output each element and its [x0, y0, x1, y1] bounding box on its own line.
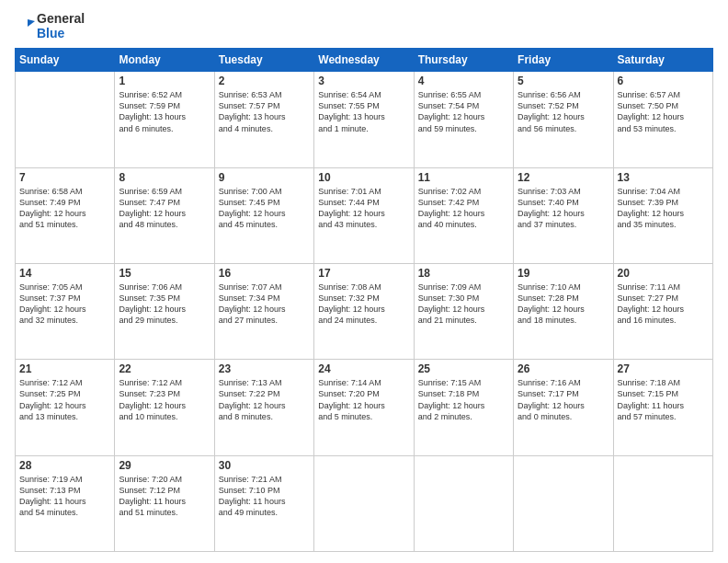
day-of-week-header: Friday [514, 49, 613, 72]
cell-content: Sunrise: 7:13 AMSunset: 7:22 PMDaylight:… [219, 377, 310, 422]
cell-content: Sunrise: 6:55 AMSunset: 7:54 PMDaylight:… [418, 89, 509, 134]
cell-content: Sunrise: 7:01 AMSunset: 7:44 PMDaylight:… [318, 186, 409, 231]
calendar-cell [16, 72, 115, 167]
cell-content: Sunrise: 7:18 AMSunset: 7:15 PMDaylight:… [618, 377, 709, 422]
calendar-cell: 12Sunrise: 7:03 AMSunset: 7:40 PMDayligh… [514, 167, 613, 263]
cell-content: Sunrise: 7:19 AMSunset: 7:13 PMDaylight:… [19, 474, 110, 519]
calendar-cell: 1Sunrise: 6:52 AMSunset: 7:59 PMDaylight… [115, 72, 214, 167]
calendar-cell: 4Sunrise: 6:55 AMSunset: 7:54 PMDaylight… [414, 72, 513, 167]
day-number: 22 [119, 362, 210, 375]
cell-content: Sunrise: 6:52 AMSunset: 7:59 PMDaylight:… [119, 89, 210, 134]
calendar-cell: 22Sunrise: 7:12 AMSunset: 7:23 PMDayligh… [115, 360, 214, 455]
cell-content: Sunrise: 7:00 AMSunset: 7:45 PMDaylight:… [219, 186, 310, 231]
cell-content: Sunrise: 6:53 AMSunset: 7:57 PMDaylight:… [219, 89, 310, 134]
calendar-cell: 3Sunrise: 6:54 AMSunset: 7:55 PMDaylight… [314, 72, 414, 167]
calendar-cell: 10Sunrise: 7:01 AMSunset: 7:44 PMDayligh… [314, 167, 414, 263]
day-number: 28 [19, 459, 110, 472]
cell-content: Sunrise: 7:09 AMSunset: 7:30 PMDaylight:… [418, 282, 509, 327]
cell-content: Sunrise: 7:15 AMSunset: 7:18 PMDaylight:… [418, 377, 509, 422]
calendar-cell: 17Sunrise: 7:08 AMSunset: 7:32 PMDayligh… [314, 263, 414, 359]
cell-content: Sunrise: 7:20 AMSunset: 7:12 PMDaylight:… [119, 474, 210, 519]
cell-content: Sunrise: 6:54 AMSunset: 7:55 PMDaylight:… [318, 89, 409, 134]
cell-content: Sunrise: 7:10 AMSunset: 7:28 PMDaylight:… [518, 282, 609, 327]
day-number: 18 [418, 267, 509, 280]
calendar-week-row: 28Sunrise: 7:19 AMSunset: 7:13 PMDayligh… [16, 455, 713, 551]
cell-content: Sunrise: 7:21 AMSunset: 7:10 PMDaylight:… [219, 474, 310, 519]
logo-general: General [37, 11, 85, 26]
cell-content: Sunrise: 7:03 AMSunset: 7:40 PMDaylight:… [518, 186, 609, 231]
calendar-cell [613, 455, 712, 551]
calendar-cell: 20Sunrise: 7:11 AMSunset: 7:27 PMDayligh… [613, 263, 712, 359]
day-number: 17 [318, 267, 409, 280]
calendar-cell: 7Sunrise: 6:58 AMSunset: 7:49 PMDaylight… [16, 167, 115, 263]
calendar-cell: 8Sunrise: 6:59 AMSunset: 7:47 PMDaylight… [115, 167, 214, 263]
cell-content: Sunrise: 7:12 AMSunset: 7:25 PMDaylight:… [19, 377, 110, 422]
day-number: 20 [618, 267, 709, 280]
day-of-week-header: Monday [115, 49, 214, 72]
calendar-cell: 29Sunrise: 7:20 AMSunset: 7:12 PMDayligh… [115, 455, 214, 551]
cell-content: Sunrise: 6:56 AMSunset: 7:52 PMDaylight:… [518, 89, 609, 134]
day-number: 30 [219, 459, 310, 472]
calendar-cell: 11Sunrise: 7:02 AMSunset: 7:42 PMDayligh… [414, 167, 513, 263]
calendar-cell: 5Sunrise: 6:56 AMSunset: 7:52 PMDaylight… [514, 72, 613, 167]
day-number: 1 [119, 75, 210, 87]
day-number: 3 [318, 75, 409, 87]
day-number: 19 [518, 267, 609, 280]
calendar-week-row: 14Sunrise: 7:05 AMSunset: 7:37 PMDayligh… [16, 263, 713, 359]
calendar-cell: 15Sunrise: 7:06 AMSunset: 7:35 PMDayligh… [115, 263, 214, 359]
calendar-cell: 18Sunrise: 7:09 AMSunset: 7:30 PMDayligh… [414, 263, 513, 359]
svg-marker-0 [28, 19, 35, 27]
page: General Blue SundayMondayTuesdayWednesda… [0, 0, 728, 563]
day-number: 13 [618, 171, 709, 184]
day-of-week-header: Sunday [16, 49, 115, 72]
calendar-header: SundayMondayTuesdayWednesdayThursdayFrid… [16, 49, 713, 72]
day-number: 11 [418, 171, 509, 184]
calendar-cell [514, 455, 613, 551]
day-number: 14 [19, 267, 110, 280]
calendar-cell: 13Sunrise: 7:04 AMSunset: 7:39 PMDayligh… [613, 167, 712, 263]
calendar-week-row: 21Sunrise: 7:12 AMSunset: 7:25 PMDayligh… [16, 360, 713, 455]
logo-blue: Blue [37, 26, 85, 40]
day-of-week-header: Wednesday [314, 49, 414, 72]
calendar-cell: 16Sunrise: 7:07 AMSunset: 7:34 PMDayligh… [214, 263, 313, 359]
day-number: 26 [518, 362, 609, 375]
cell-content: Sunrise: 7:07 AMSunset: 7:34 PMDaylight:… [219, 282, 310, 327]
cell-content: Sunrise: 7:02 AMSunset: 7:42 PMDaylight:… [418, 186, 509, 231]
calendar-cell: 14Sunrise: 7:05 AMSunset: 7:37 PMDayligh… [16, 263, 115, 359]
header-row: SundayMondayTuesdayWednesdayThursdayFrid… [16, 49, 713, 72]
calendar-cell: 28Sunrise: 7:19 AMSunset: 7:13 PMDayligh… [16, 455, 115, 551]
cell-content: Sunrise: 6:59 AMSunset: 7:47 PMDaylight:… [119, 186, 210, 231]
calendar-table: SundayMondayTuesdayWednesdayThursdayFrid… [15, 48, 713, 552]
cell-content: Sunrise: 6:57 AMSunset: 7:50 PMDaylight:… [618, 89, 709, 134]
calendar-cell: 19Sunrise: 7:10 AMSunset: 7:28 PMDayligh… [514, 263, 613, 359]
day-of-week-header: Thursday [414, 49, 513, 72]
logo-bird-icon [15, 16, 35, 36]
cell-content: Sunrise: 7:06 AMSunset: 7:35 PMDaylight:… [119, 282, 210, 327]
cell-content: Sunrise: 7:08 AMSunset: 7:32 PMDaylight:… [318, 282, 409, 327]
calendar-week-row: 7Sunrise: 6:58 AMSunset: 7:49 PMDaylight… [16, 167, 713, 263]
day-number: 23 [219, 362, 310, 375]
cell-content: Sunrise: 7:14 AMSunset: 7:20 PMDaylight:… [318, 377, 409, 422]
cell-content: Sunrise: 7:12 AMSunset: 7:23 PMDaylight:… [119, 377, 210, 422]
calendar-body: 1Sunrise: 6:52 AMSunset: 7:59 PMDaylight… [16, 72, 713, 552]
calendar-week-row: 1Sunrise: 6:52 AMSunset: 7:59 PMDaylight… [16, 72, 713, 167]
day-number: 2 [219, 75, 310, 87]
day-number: 24 [318, 362, 409, 375]
calendar-cell: 27Sunrise: 7:18 AMSunset: 7:15 PMDayligh… [613, 360, 712, 455]
day-number: 16 [219, 267, 310, 280]
day-number: 21 [19, 362, 110, 375]
header: General Blue [15, 11, 713, 40]
calendar-cell: 25Sunrise: 7:15 AMSunset: 7:18 PMDayligh… [414, 360, 513, 455]
cell-content: Sunrise: 7:04 AMSunset: 7:39 PMDaylight:… [618, 186, 709, 231]
day-number: 10 [318, 171, 409, 184]
day-number: 5 [518, 75, 609, 87]
calendar-cell: 24Sunrise: 7:14 AMSunset: 7:20 PMDayligh… [314, 360, 414, 455]
day-number: 15 [119, 267, 210, 280]
day-number: 9 [219, 171, 310, 184]
day-number: 4 [418, 75, 509, 87]
day-of-week-header: Saturday [613, 49, 712, 72]
calendar-cell: 26Sunrise: 7:16 AMSunset: 7:17 PMDayligh… [514, 360, 613, 455]
calendar-cell: 23Sunrise: 7:13 AMSunset: 7:22 PMDayligh… [214, 360, 313, 455]
calendar-cell: 21Sunrise: 7:12 AMSunset: 7:25 PMDayligh… [16, 360, 115, 455]
day-number: 12 [518, 171, 609, 184]
